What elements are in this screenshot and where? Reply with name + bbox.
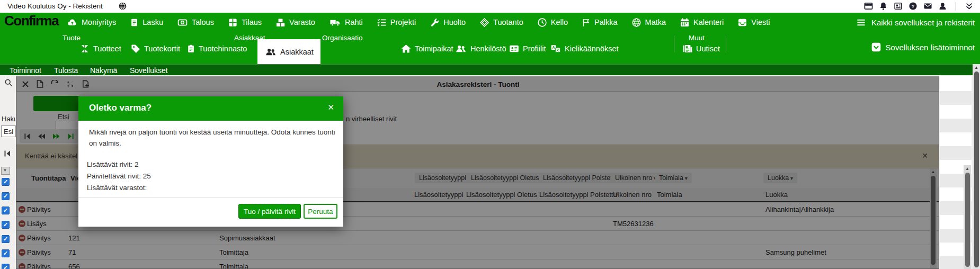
- first-page-icon[interactable]: [4, 150, 11, 157]
- window-titlebar: Video Koulutus Oy - Rekisterit ?: [0, 0, 980, 13]
- bell-icon[interactable]: [879, 2, 888, 11]
- subnav-item-label: Kielikäännökset: [565, 44, 619, 53]
- boxes-icon: [275, 17, 286, 28]
- subnav-item-tuotekortit[interactable]: Tuotekortit: [130, 42, 180, 56]
- svg-text:?: ?: [912, 4, 915, 9]
- id-card-icon: [509, 43, 520, 54]
- menu-sovellukset[interactable]: Sovellukset: [130, 66, 168, 75]
- scrollbar-thumb[interactable]: [974, 71, 979, 267]
- subnav-item-henkilosto[interactable]: Henkilöstö: [455, 42, 506, 56]
- nav-item-varasto[interactable]: Varasto: [275, 17, 315, 28]
- nav-item-projekti[interactable]: Projekti: [377, 17, 416, 28]
- people-icon: [455, 43, 467, 54]
- main-nav: Confirma Moniyritys Lasku Talous Tilaus …: [0, 13, 980, 32]
- pinwheel-icon: [79, 43, 90, 54]
- subnav-item-label: Tuotteet: [93, 44, 121, 53]
- nav-item-huolto[interactable]: Huolto: [430, 17, 466, 28]
- row-checkbox[interactable]: [2, 249, 10, 257]
- subnav-item-tuotehinnasto[interactable]: Tuotehinnasto: [186, 42, 247, 56]
- help-icon[interactable]: ?: [908, 2, 917, 11]
- subnav-item-asiakkaat[interactable]: Asiakkaat: [257, 39, 320, 64]
- nav-item-tilaus[interactable]: Tilaus: [228, 17, 262, 28]
- row-checkbox[interactable]: [2, 235, 10, 243]
- row-checkbox[interactable]: [2, 192, 10, 200]
- subnav-item-uutiset[interactable]: Uutiset: [682, 42, 720, 56]
- nav-item-label: Varasto: [289, 18, 315, 26]
- mail-icon[interactable]: [923, 2, 932, 11]
- nav-item-label: Kello: [551, 18, 568, 26]
- dialog-title: Oletko varma?: [89, 103, 152, 113]
- titlebar-divider: [956, 2, 956, 11]
- subnav-item-label: Tuotehinnasto: [199, 44, 247, 53]
- menu-bar: Toiminnot Tulosta Näkymä Sovellukset: [0, 64, 973, 75]
- globe-icon: [631, 17, 642, 28]
- menu-tulosta[interactable]: Tulosta: [54, 66, 78, 75]
- scroll-up-icon[interactable]: ▲: [965, 166, 969, 171]
- row-checkbox[interactable]: [2, 221, 10, 229]
- subnav-item-label: Profiilit: [523, 44, 546, 53]
- confirm-dialog: Oletko varma? Mikäli rivejä on paljon tu…: [78, 96, 343, 227]
- calendar-icon: [680, 17, 690, 28]
- subnav-item-label: Asiakkaat: [280, 48, 314, 56]
- group-label-muut: Muut: [689, 34, 705, 42]
- translate-icon: A: [550, 43, 562, 54]
- browser-window-icon[interactable]: [864, 2, 873, 11]
- outer-scrollbar[interactable]: ▲: [973, 64, 980, 269]
- nav-item-label: Palkka: [594, 18, 618, 26]
- subnav-separator: [674, 35, 674, 52]
- close-icon[interactable]: [327, 103, 334, 112]
- scrollbar-thumb[interactable]: [965, 173, 970, 267]
- subnav-item-kielikaannokset[interactable]: A Kielikäännökset: [550, 42, 619, 56]
- coin-icon: [177, 17, 188, 28]
- nav-item-palkka[interactable]: Palkka: [582, 17, 618, 28]
- search-icon[interactable]: [4, 78, 13, 87]
- cloud-upload-icon: [67, 17, 78, 28]
- app-extras-button[interactable]: Sovelluksen lisätoiminnot: [871, 42, 975, 52]
- import-rows-button[interactable]: Tuo / päivitä rivit: [238, 204, 301, 219]
- nav-item-tuotanto[interactable]: Tuotanto: [479, 17, 523, 28]
- subnav-item-label: Henkilöstö: [470, 44, 506, 53]
- news-icon[interactable]: [894, 2, 903, 11]
- row-checkbox[interactable]: [2, 178, 10, 186]
- window-title: Video Koulutus Oy - Rekisterit: [7, 2, 103, 10]
- nav-item-matka[interactable]: Matka: [631, 17, 666, 28]
- stat-line: Päivitettävät rivit: 25: [87, 171, 151, 182]
- nav-item-label: Tuotanto: [493, 18, 523, 26]
- diamond-icon: [479, 17, 489, 28]
- news-icon: [682, 43, 693, 54]
- scroll-up-icon[interactable]: ▲: [974, 65, 978, 70]
- house-icon: [400, 43, 412, 54]
- dialog-body-text: Mikäli rivejä on paljon tuonti voi kestä…: [89, 127, 339, 149]
- nav-item-kello[interactable]: Kello: [537, 17, 568, 28]
- people-icon: [264, 47, 277, 57]
- brand-logo[interactable]: Confirma: [4, 13, 58, 29]
- subnav-separator: [726, 35, 726, 52]
- nav-item-rahti[interactable]: Rahti: [329, 17, 363, 28]
- all-apps-label: Kaikki sovellukset ja rekisterit: [871, 18, 975, 27]
- nav-item-kalenteri[interactable]: Kalenteri: [680, 17, 724, 28]
- select-all-dropdown[interactable]: [1, 167, 10, 175]
- user-icon[interactable]: [938, 2, 947, 11]
- dialog-stats: Lisättävät rivit: 2 Päivitettävät rivit:…: [87, 159, 151, 194]
- cancel-button[interactable]: Peruuta: [304, 204, 337, 219]
- all-apps-button[interactable]: Kaikki sovellukset ja rekisterit: [856, 13, 975, 32]
- nav-item-talous[interactable]: Talous: [177, 17, 214, 28]
- esi-input[interactable]: Esi: [1, 125, 16, 137]
- background-scrollbar[interactable]: ▲: [964, 165, 971, 269]
- row-checkbox[interactable]: [2, 207, 10, 214]
- nav-item-label: Tilaus: [242, 18, 262, 26]
- flag-icon: [582, 17, 591, 28]
- nav-item-label: Projekti: [390, 18, 416, 26]
- menu-nakyma[interactable]: Näkymä: [90, 66, 117, 75]
- invoice-icon: [130, 17, 139, 28]
- subnav-item-toimipaikat[interactable]: Toimipaikat: [400, 42, 453, 56]
- nav-item-lasku[interactable]: Lasku: [130, 17, 163, 28]
- row-checkbox[interactable]: [2, 264, 10, 269]
- subnav-item-profiilit[interactable]: Profiilit: [509, 42, 546, 56]
- subnav-item-label: Tuotekortit: [144, 44, 180, 53]
- nav-item-moniyritys[interactable]: Moniyritys: [67, 17, 116, 28]
- subnav-item-tuotteet[interactable]: Tuotteet: [79, 42, 121, 56]
- menu-toiminnot[interactable]: Toiminnot: [10, 66, 41, 75]
- chevrons-down-icon[interactable]: [965, 2, 974, 11]
- nav-item-viesti[interactable]: Viesti: [737, 17, 770, 28]
